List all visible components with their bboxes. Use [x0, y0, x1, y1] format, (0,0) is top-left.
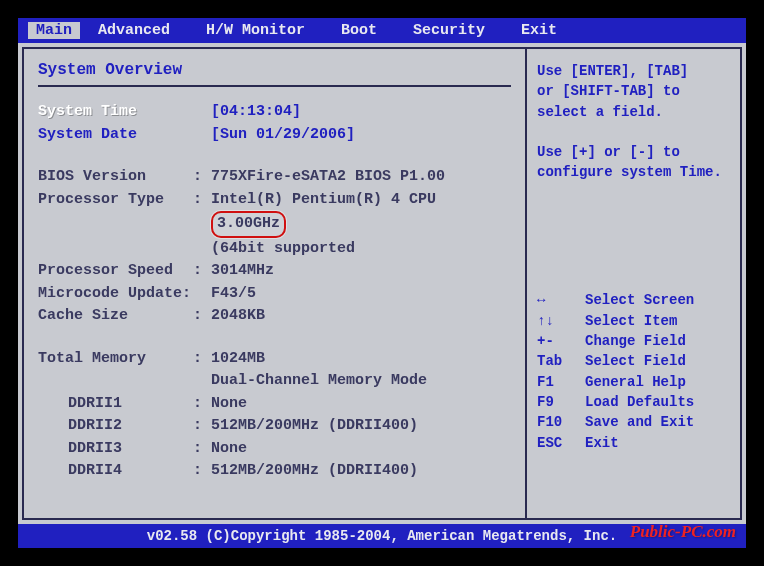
processor-64bit: (64bit supported	[211, 238, 511, 261]
system-time-label: System Time	[38, 101, 193, 124]
divider	[38, 85, 511, 87]
tab-advanced[interactable]: Advanced	[80, 22, 188, 39]
help-panel: Use [ENTER], [TAB] or [SHIFT-TAB] to sel…	[527, 47, 742, 520]
tab-security[interactable]: Security	[395, 22, 503, 39]
ddr-slot-1-label: DDRII1	[38, 393, 193, 416]
total-memory-row: Total Memory : 1024MB	[38, 348, 511, 371]
memory-mode-value: Dual-Channel Memory Mode	[211, 370, 511, 393]
bios-screen: Main Advanced H/W Monitor Boot Security …	[18, 18, 746, 548]
help-intro-3: select a field.	[537, 102, 730, 122]
processor-speed-row: Processor Speed : 3014MHz	[38, 260, 511, 283]
processor-type-label: Processor Type	[38, 189, 193, 238]
ddr-slot-1-value: None	[211, 393, 511, 416]
watermark: Public-PC.com	[630, 522, 736, 542]
ddr-slot-2-value: 512MB/200MHz (DDRII400)	[211, 415, 511, 438]
ddr-slot-4-value: 512MB/200MHz (DDRII400)	[211, 460, 511, 483]
ddr-slot-1-row: DDRII1 : None	[38, 393, 511, 416]
system-time-row[interactable]: System Time [04:13:04]	[38, 101, 511, 124]
total-memory-value: 1024MB	[211, 348, 511, 371]
cpu-speed-highlight: 3.00GHz	[211, 211, 286, 238]
menubar: Main Advanced H/W Monitor Boot Security …	[18, 18, 746, 43]
help-save-exit: F10Save and Exit	[537, 412, 730, 432]
help-select-screen: ↔Select Screen	[537, 290, 730, 310]
help-intro-2: or [SHIFT-TAB] to	[537, 81, 730, 101]
cache-size-value: 2048KB	[211, 305, 511, 328]
tab-main[interactable]: Main	[28, 22, 80, 39]
total-memory-label: Total Memory	[38, 348, 193, 371]
ddr-slot-3-row: DDRII3 : None	[38, 438, 511, 461]
help-select-field: TabSelect Field	[537, 351, 730, 371]
tab-boot[interactable]: Boot	[323, 22, 395, 39]
tab-exit[interactable]: Exit	[503, 22, 575, 39]
processor-speed-label: Processor Speed	[38, 260, 193, 283]
system-date-label: System Date	[38, 124, 193, 147]
microcode-update-label: Microcode Update:	[38, 283, 211, 306]
section-title: System Overview	[38, 61, 511, 79]
cache-size-row: Cache Size : 2048KB	[38, 305, 511, 328]
cache-size-label: Cache Size	[38, 305, 193, 328]
system-date-value[interactable]: [Sun 01/29/2006]	[211, 124, 511, 147]
bios-version-value: 775XFire-eSATA2 BIOS P1.00	[211, 166, 511, 189]
help-intro-4: Use [+] or [-] to	[537, 142, 730, 162]
ddr-slot-2-label: DDRII2	[38, 415, 193, 438]
help-intro-5: configure system Time.	[537, 162, 730, 182]
system-date-row[interactable]: System Date [Sun 01/29/2006]	[38, 124, 511, 147]
system-time-value[interactable]: [04:13:04]	[211, 101, 511, 124]
memory-mode-row: Dual-Channel Memory Mode	[38, 370, 511, 393]
help-change-field: +-Change Field	[537, 331, 730, 351]
processor-type-row: Processor Type : Intel(R) Pentium(R) 4 C…	[38, 189, 511, 238]
bios-version-label: BIOS Version	[38, 166, 193, 189]
microcode-update-value: F43/5	[211, 283, 511, 306]
processor-type-value: Intel(R) Pentium(R) 4 CPU 3.00GHz	[211, 189, 511, 238]
ddr-slot-3-label: DDRII3	[38, 438, 193, 461]
help-select-item: ↑↓Select Item	[537, 311, 730, 331]
processor-type-row-2: (64bit supported	[38, 238, 511, 261]
help-general-help: F1General Help	[537, 372, 730, 392]
content: System Overview System Time [04:13:04] S…	[18, 43, 746, 524]
ddr-slot-2-row: DDRII2 : 512MB/200MHz (DDRII400)	[38, 415, 511, 438]
help-load-defaults: F9Load Defaults	[537, 392, 730, 412]
processor-speed-value: 3014MHz	[211, 260, 511, 283]
ddr-slot-4-row: DDRII4 : 512MB/200MHz (DDRII400)	[38, 460, 511, 483]
help-intro-1: Use [ENTER], [TAB]	[537, 61, 730, 81]
ddr-slot-3-value: None	[211, 438, 511, 461]
main-panel: System Overview System Time [04:13:04] S…	[22, 47, 527, 520]
microcode-update-row: Microcode Update: F43/5	[38, 283, 511, 306]
tab-hw-monitor[interactable]: H/W Monitor	[188, 22, 323, 39]
help-exit: ESCExit	[537, 433, 730, 453]
bios-version-row: BIOS Version : 775XFire-eSATA2 BIOS P1.0…	[38, 166, 511, 189]
ddr-slot-4-label: DDRII4	[38, 460, 193, 483]
